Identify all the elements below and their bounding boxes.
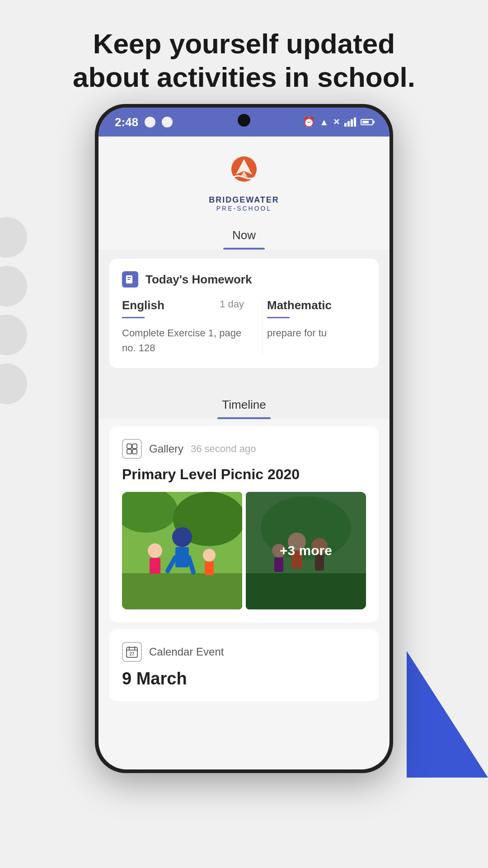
status-bar: 2:48 ⏰ ▲ ✕ [99,108,389,137]
math-header: Mathematic [267,298,357,312]
calendar-card: 27 Calendar Event 9 March [109,629,379,701]
camera-notch [238,114,250,127]
svg-point-14 [172,527,192,547]
svg-rect-7 [132,444,137,448]
math-desc: prepare for tu [267,326,357,340]
svg-point-18 [148,543,162,558]
app-header: BRIDGEWATER PRE-SCHOOL [99,137,389,221]
more-photos-count: +3 more [280,543,332,558]
homework-card: Today's Homework English 1 day Complete … [109,259,379,368]
svg-rect-9 [132,449,137,454]
english-header: English 1 day [122,298,244,312]
phone-screen: 2:48 ⏰ ▲ ✕ [99,108,389,769]
circle-2 [0,266,27,307]
english-underline [122,317,145,318]
svg-rect-6 [127,444,131,448]
status-right-icons: ⏰ ▲ ✕ [303,116,373,128]
content-area: Today's Homework English 1 day Complete … [99,250,389,377]
wifi-x-icon: ✕ [333,117,340,127]
math-underline [267,317,290,318]
tab-now-label: Now [232,228,256,242]
page-headline: Keep yourself updated about activities i… [0,27,488,94]
english-due: 1 day [220,298,244,310]
english-desc: Complete Exercise 1, page no. 128 [122,326,244,355]
tab-timeline[interactable]: Timeline [199,391,288,419]
calendar-meta: 27 Calendar Event [122,642,366,662]
homework-icon [122,271,138,288]
subject-separator [262,298,263,355]
school-name: BRIDGEWATER [209,195,279,205]
battery-icon [361,119,373,125]
circle-1 [0,217,27,258]
svg-rect-8 [127,449,131,454]
alarm-icon: ⏰ [303,116,315,128]
circle-4 [0,363,27,404]
svg-rect-13 [122,573,242,609]
homework-title: Today's Homework [145,273,252,287]
gallery-time: 36 second ago [191,443,256,455]
photo-grid: +3 more [122,492,366,609]
calendar-date: 9 March [122,669,366,689]
svg-rect-21 [205,561,214,575]
svg-text:27: 27 [129,651,135,656]
circle-3 [0,315,27,355]
svg-rect-19 [150,558,160,574]
svg-rect-4 [127,277,131,278]
school-logo: BRIDGEWATER PRE-SCHOOL [209,155,279,212]
top-tab-bar: Now [99,221,389,250]
headline-line2: about activities in school. [73,61,415,93]
english-name: English [122,298,164,312]
school-logo-image [226,155,262,191]
photo-2[interactable]: +3 more [246,492,366,609]
svg-point-20 [203,549,216,561]
phone-frame: 2:48 ⏰ ▲ ✕ [95,104,393,773]
gallery-title: Primary Level Picnic 2020 [122,466,366,483]
subject-english: English 1 day Complete Exercise 1, page … [122,298,258,355]
maps-icon [145,117,155,127]
timeline-tab-bar: Timeline [99,377,389,419]
gallery-icon [122,439,142,459]
tab-timeline-label: Timeline [222,398,266,411]
tab-now[interactable]: Now [210,221,278,250]
decorative-circles [0,217,27,404]
math-name: Mathematic [267,298,332,312]
gallery-meta: Gallery 36 second ago [122,439,366,459]
status-time: 2:48 [115,115,138,129]
wifi-icon: ▲ [319,117,328,127]
calendar-type: Calendar Event [149,646,224,658]
decorative-triangle [407,651,488,778]
subjects-row: English 1 day Complete Exercise 1, page … [122,298,366,355]
gallery-card: Gallery 36 second ago Primary Level Picn… [109,426,379,622]
whatsapp-icon [162,117,173,127]
school-subtitle: PRE-SCHOOL [209,205,279,212]
photo-scene-1 [122,492,242,609]
headline-line1: Keep yourself updated [93,28,395,59]
photo-1[interactable] [122,492,242,609]
card-header: Today's Homework [122,271,366,288]
more-photos-overlay: +3 more [246,492,366,609]
subject-math: Mathematic prepare for tu [267,298,357,355]
svg-rect-5 [127,279,130,280]
status-left-icons: 2:48 [115,115,173,129]
signal-icon [344,118,356,127]
calendar-icon: 27 [122,642,142,662]
gallery-type: Gallery [149,443,183,455]
